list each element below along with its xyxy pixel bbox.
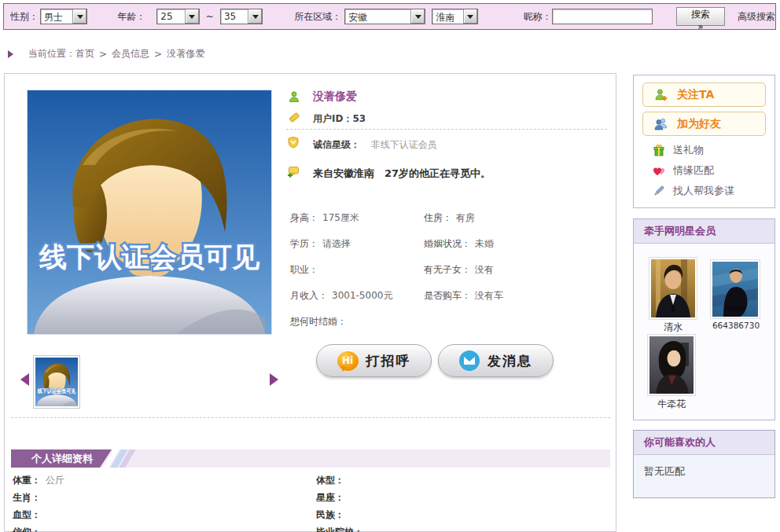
breadcrumb-label: 当前位置： xyxy=(28,47,75,61)
say-hi-button[interactable]: Hi 打招呼 xyxy=(316,344,432,377)
breadcrumb-arrow-icon xyxy=(8,50,17,58)
star-members-panel: 牵手网明星会员 清水 xyxy=(633,218,775,420)
city-value: 淮南 xyxy=(432,9,462,24)
suggestions-empty: 暂无匹配 xyxy=(634,455,774,479)
chat-plus-icon xyxy=(287,165,300,178)
city-select[interactable]: 淮南 xyxy=(432,9,477,24)
breadcrumb: 当前位置： 首页 > 会员信息 > 没著俢爱 xyxy=(8,47,204,61)
integrity-shield-icon xyxy=(287,136,300,149)
friends-icon xyxy=(654,117,668,130)
member-photo[interactable] xyxy=(649,257,697,320)
send-gift-label: 送礼物 xyxy=(673,143,704,157)
personal-details-grid: 体重：公斤 体型： 生肖： 星座： 血型： 民族： 信仰： 毕业院校： xyxy=(13,474,610,532)
match-link[interactable]: 情缘匹配 xyxy=(653,163,714,178)
nickname-input[interactable] xyxy=(552,9,653,24)
pd-ethnicity: 民族： xyxy=(316,508,610,526)
next-photo-arrow[interactable] xyxy=(270,373,278,386)
age-to-select[interactable]: 35 xyxy=(220,9,263,24)
user-id-value: 53 xyxy=(352,113,366,124)
breadcrumb-current: 没著俢爱 xyxy=(167,47,204,61)
detail-height: 身高：175厘米 xyxy=(290,208,424,234)
search-bar: 性别： 男士 年龄： 25 ~ 35 所在区域： 安徽 淮南 昵称： 搜索 » … xyxy=(3,3,776,30)
add-friend-button[interactable]: 加为好友 xyxy=(642,112,766,136)
divider xyxy=(286,129,607,130)
detail-children: 有无子女：没有 xyxy=(424,260,613,286)
profile-details: 身高：175厘米 住房：有房 学历：请选择 婚姻状况：未婚 职业： 有无子女：没… xyxy=(290,208,613,338)
breadcrumb-separator: > xyxy=(154,49,162,60)
suggestions-title: 你可能喜欢的人 xyxy=(634,431,774,455)
hearts-icon xyxy=(653,164,665,177)
add-friend-label: 加为好友 xyxy=(677,117,721,131)
member-name[interactable]: 清水 xyxy=(646,321,701,334)
search-button[interactable]: 搜索 » xyxy=(676,7,725,26)
chevron-down-icon[interactable] xyxy=(410,9,425,24)
detail-income: 月收入：3001-5000元 xyxy=(290,286,424,312)
send-gift-link[interactable]: 送礼物 xyxy=(653,143,704,157)
age-label: 年龄： xyxy=(117,10,145,24)
prev-photo-arrow[interactable] xyxy=(20,373,29,386)
chevron-down-icon[interactable] xyxy=(72,9,86,24)
hi-bubble-icon: Hi xyxy=(337,351,359,371)
send-message-button[interactable]: 发消息 xyxy=(438,344,554,377)
photo-thumbnail[interactable] xyxy=(33,355,80,409)
detail-housing: 住房：有房 xyxy=(424,208,613,234)
detail-education: 学历：请选择 xyxy=(290,234,424,260)
breadcrumb-separator: > xyxy=(99,49,107,60)
detail-occupation: 职业： xyxy=(290,260,424,286)
age-to-value: 35 xyxy=(221,9,248,24)
profile-card: 没著俢爱 用户ID：53 诚信星级： 非线下认证会员 xyxy=(4,73,616,532)
chevron-down-icon[interactable] xyxy=(185,9,199,24)
personal-details-banner: 个人详细资料 xyxy=(11,449,610,468)
chevron-down-icon[interactable] xyxy=(463,9,477,24)
member-name: 没著俢爱 xyxy=(313,90,357,104)
region-label: 所在区域： xyxy=(294,10,341,24)
advanced-search-link[interactable]: 高级搜索 xyxy=(738,10,775,24)
profile-photo xyxy=(27,90,272,335)
user-id: 用户ID：53 xyxy=(313,112,366,126)
integrity-value: 非线下认证会员 xyxy=(371,139,437,150)
star-members-title: 牵手网明星会员 xyxy=(634,219,774,244)
member-summary: 来自安徽淮南 27岁的他正在寻觅中。 xyxy=(313,167,491,181)
user-id-label: 用户ID： xyxy=(313,113,352,124)
follow-label: 关注TA xyxy=(677,88,714,102)
member-name[interactable]: 牛牵花 xyxy=(644,398,699,411)
pd-school: 毕业院校： xyxy=(316,526,610,532)
ask-advice-label: 找人帮我参谋 xyxy=(673,184,734,198)
gift-icon xyxy=(653,144,665,156)
pd-faith: 信仰： xyxy=(13,526,316,532)
member-name[interactable]: 664386730 xyxy=(706,321,766,330)
gender-select[interactable]: 男士 xyxy=(40,9,87,24)
detail-car: 是否购车：没有车 xyxy=(424,286,613,312)
province-value: 安徽 xyxy=(345,9,410,24)
pd-weight: 体重：公斤 xyxy=(13,474,316,491)
envelope-icon xyxy=(459,350,480,371)
actions-panel: 关注TA 加为好友 送礼物 xyxy=(633,75,775,208)
member-photo[interactable] xyxy=(647,334,696,396)
breadcrumb-home-link[interactable]: 首页 xyxy=(75,47,94,61)
ask-advice-link[interactable]: 找人帮我参谋 xyxy=(653,184,734,198)
send-message-label: 发消息 xyxy=(488,352,532,370)
pd-zodiac: 生肖： xyxy=(13,491,316,508)
detail-empty xyxy=(424,312,613,338)
province-select[interactable]: 安徽 xyxy=(344,9,425,24)
pen-icon xyxy=(653,185,665,197)
personal-details-title: 个人详细资料 xyxy=(11,449,112,468)
follow-person-icon xyxy=(654,88,668,101)
pd-bodytype: 体型： xyxy=(316,474,610,491)
say-hi-label: 打招呼 xyxy=(366,352,411,370)
member-profile-page: 线下认证会员可见 性别： 男士 年龄： 25 ~ 35 所在区域： 安徽 淮南 … xyxy=(0,0,780,532)
age-from-value: 25 xyxy=(157,9,184,24)
nickname-label: 昵称： xyxy=(524,10,552,24)
gender-label: 性别： xyxy=(10,10,39,24)
detail-marry-when: 想何时结婚： xyxy=(290,312,424,338)
chevron-down-icon[interactable] xyxy=(248,9,262,24)
divider xyxy=(11,417,610,418)
match-label: 情缘匹配 xyxy=(673,163,714,178)
integrity-label: 诚信星级： xyxy=(313,139,360,150)
suggestions-panel: 你可能喜欢的人 暂无匹配 xyxy=(633,430,775,498)
member-photo[interactable] xyxy=(710,259,760,319)
follow-button[interactable]: 关注TA xyxy=(642,83,766,107)
pd-bloodtype: 血型： xyxy=(13,508,316,526)
breadcrumb-members-link[interactable]: 会员信息 xyxy=(112,47,149,61)
age-from-select[interactable]: 25 xyxy=(156,9,199,24)
